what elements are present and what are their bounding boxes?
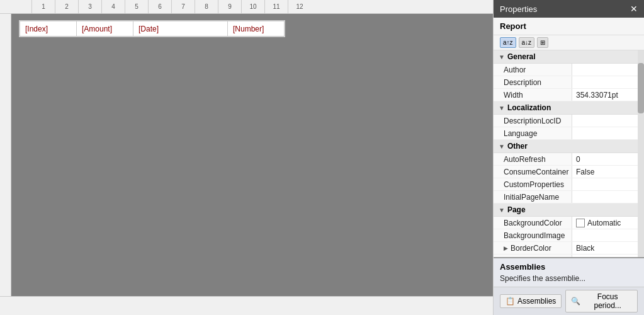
section-other-label: Other [507, 142, 528, 151]
section-general-label: General [507, 52, 536, 61]
chevron-icon-loc: ▼ [499, 105, 505, 112]
bottom-info-panel: Assemblies Specifies the assemblie... [494, 257, 644, 287]
prop-initialpagename: InitialPageName [494, 191, 644, 203]
close-button[interactable]: ✕ [630, 4, 638, 14]
prop-consumecontainer-label: ConsumeContainer [494, 166, 572, 178]
section-localization[interactable]: ▼ Localization [494, 101, 644, 115]
scrollbar-thumb[interactable] [638, 63, 644, 113]
expand-arrow-icon[interactable]: ▶ [504, 245, 508, 251]
prop-customproperties: CustomProperties [494, 178, 644, 191]
left-ruler [0, 14, 11, 296]
section-other[interactable]: ▼ Other [494, 140, 644, 153]
canvas-area: 1 2 3 4 5 6 7 8 9 10 11 12 [Index] [Amou… [0, 0, 493, 315]
ruler-mark-3: 3 [78, 0, 101, 13]
prop-author-value[interactable] [572, 64, 644, 76]
sort-za-button[interactable]: a↓z [519, 37, 535, 48]
ruler-mark-2: 2 [55, 0, 78, 13]
prop-consumecontainer: ConsumeContainer False [494, 166, 644, 178]
cell-amount: [Amount] [77, 21, 133, 37]
prop-customprops-label: CustomProperties [494, 178, 572, 190]
bgcolor-text: Automatic [587, 219, 621, 227]
prop-autorefresh: AutoRefresh 0 [494, 153, 644, 166]
prop-bgimage-label: BackgroundImage [494, 229, 572, 241]
focus-period-button[interactable]: 🔍 Focus period... [565, 290, 638, 312]
report-surface: [Index] [Amount] [Date] [Number] [19, 20, 285, 37]
prop-autorefresh-value[interactable]: 0 [572, 153, 644, 165]
ruler-mark-12: 12 [288, 0, 311, 13]
prop-bgcolor-label: BackgroundColor [494, 217, 572, 229]
properties-content[interactable]: ▼ General Author Description Width 354.3… [494, 50, 644, 257]
ruler-mark-6: 6 [148, 0, 171, 13]
prop-initialpagename-value[interactable] [572, 191, 644, 203]
prop-description-label: Description [494, 76, 572, 88]
prop-width-label: Width [494, 89, 572, 101]
panel-title: Properties [500, 4, 537, 14]
sort-az-button[interactable]: a↑z [500, 37, 516, 48]
prop-width-value[interactable]: 354.33071pt [572, 89, 644, 101]
color-swatch [576, 219, 585, 227]
prop-initialpagename-label: InitialPageName [494, 191, 572, 203]
group-button[interactable]: ⊞ [537, 37, 548, 48]
cell-date: [Date] [133, 21, 228, 37]
ruler-marks: 1 2 3 4 5 6 7 8 9 10 11 12 [31, 0, 311, 13]
prop-bordercolor-value[interactable]: Black [572, 242, 644, 254]
prop-descriptionlocid: DescriptionLocID [494, 115, 644, 127]
chevron-icon: ▼ [499, 54, 505, 60]
bottom-bar [0, 296, 493, 315]
prop-desclocid-value[interactable] [572, 115, 644, 127]
panel-header: Properties ✕ [494, 0, 644, 18]
prop-backgroundcolor: BackgroundColor Automatic [494, 217, 644, 229]
prop-description: Description [494, 76, 644, 89]
ruler-mark-11: 11 [264, 0, 288, 13]
section-page-label: Page [507, 205, 526, 214]
section-page[interactable]: ▼ Page [494, 203, 644, 217]
prop-bgimage-value[interactable] [572, 229, 644, 241]
cell-index: [Index] [20, 21, 77, 37]
assemblies-icon: 📋 [506, 297, 515, 306]
bottom-panel-desc: Specifies the assemblie... [500, 274, 638, 283]
ruler-mark-8: 8 [195, 0, 218, 13]
prop-description-value[interactable] [572, 76, 644, 88]
cell-number: [Number] [228, 21, 285, 37]
prop-customprops-value[interactable] [572, 178, 644, 190]
prop-author: Author [494, 64, 644, 76]
prop-bordercolor-label: ▶BorderColor [494, 242, 572, 254]
prop-language-label: Language [494, 127, 572, 139]
assemblies-button[interactable]: 📋 Assemblies [500, 294, 562, 308]
prop-borderstyle: ▶BorderStyle None [494, 255, 644, 257]
panel-toolbar: a↑z a↓z ⊞ [494, 35, 644, 50]
prop-borderstyle-label: ▶BorderStyle [494, 255, 572, 257]
prop-width: Width 354.33071pt [494, 89, 644, 101]
section-localization-label: Localization [507, 103, 551, 112]
prop-desclocid-label: DescriptionLocID [494, 115, 572, 127]
prop-bordercolor: ▶BorderColor Black [494, 242, 644, 255]
focus-btn-label: Focus period... [583, 292, 632, 310]
ruler-mark-1: 1 [31, 0, 55, 13]
prop-consumecontainer-value[interactable]: False [572, 166, 644, 178]
chevron-icon-page: ▼ [499, 207, 505, 214]
ruler-mark-5: 5 [125, 0, 148, 13]
ruler-mark-4: 4 [101, 0, 125, 13]
assemblies-btn-label: Assemblies [517, 297, 556, 306]
prop-borderstyle-value[interactable]: None [572, 255, 644, 257]
prop-backgroundimage: BackgroundImage [494, 229, 644, 242]
report-table: [Index] [Amount] [Date] [Number] [20, 21, 285, 37]
prop-language: Language [494, 127, 644, 140]
properties-panel: Properties ✕ Report a↑z a↓z ⊞ ▼ General … [493, 0, 644, 315]
focus-icon: 🔍 [571, 297, 580, 306]
ruler-mark-10: 10 [241, 0, 264, 13]
scrollbar-track[interactable] [638, 50, 644, 257]
prop-autorefresh-label: AutoRefresh [494, 153, 572, 165]
ruler: 1 2 3 4 5 6 7 8 9 10 11 12 [0, 0, 493, 14]
report-label: Report [494, 18, 644, 35]
prop-language-value[interactable] [572, 127, 644, 139]
chevron-icon-other: ▼ [499, 143, 505, 150]
prop-bgcolor-value[interactable]: Automatic [572, 217, 644, 229]
section-general[interactable]: ▼ General [494, 50, 644, 64]
bottom-panel-title: Assemblies [500, 262, 638, 272]
prop-author-label: Author [494, 64, 572, 76]
panel-bottom-toolbar: 📋 Assemblies 🔍 Focus period... [494, 287, 644, 315]
ruler-mark-7: 7 [171, 0, 195, 13]
table-row: [Index] [Amount] [Date] [Number] [20, 21, 285, 37]
ruler-mark-9: 9 [218, 0, 241, 13]
